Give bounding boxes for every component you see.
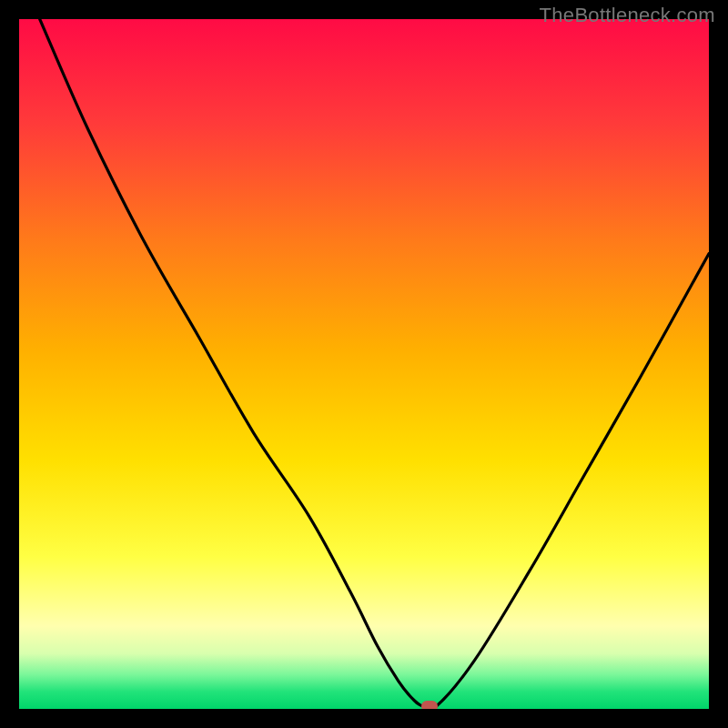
- chart-frame: TheBottleneck.com: [0, 0, 728, 728]
- plot-area: [19, 19, 709, 709]
- optimal-point-marker: [421, 701, 438, 709]
- bottleneck-curve: [19, 19, 709, 709]
- watermark-text: TheBottleneck.com: [540, 4, 715, 27]
